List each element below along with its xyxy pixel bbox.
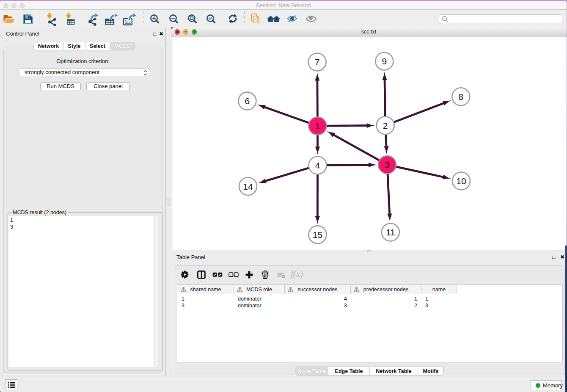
svg-text:6: 6 bbox=[245, 96, 250, 106]
svg-text:10: 10 bbox=[456, 176, 466, 186]
svg-text:1: 1 bbox=[315, 121, 320, 131]
svg-text:14: 14 bbox=[243, 182, 253, 191]
svg-text:2: 2 bbox=[383, 121, 388, 130]
svg-text:7: 7 bbox=[315, 57, 320, 67]
svg-text:3: 3 bbox=[385, 160, 390, 170]
svg-text:8: 8 bbox=[458, 92, 463, 102]
svg-text:15: 15 bbox=[313, 230, 322, 240]
svg-text:4: 4 bbox=[315, 160, 320, 170]
svg-text:9: 9 bbox=[382, 56, 387, 66]
svg-text:11: 11 bbox=[386, 227, 395, 237]
